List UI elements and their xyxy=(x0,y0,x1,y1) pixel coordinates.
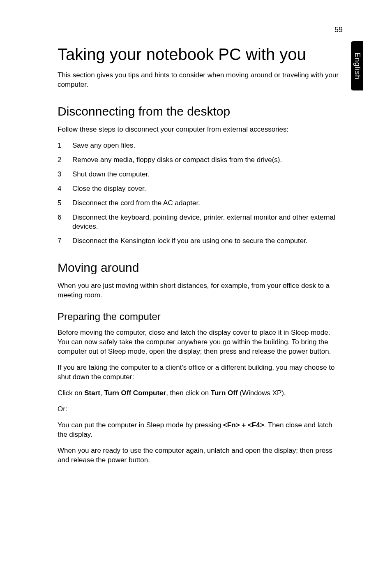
step-number: 1 xyxy=(58,141,72,151)
text-run: You can put the computer in Sleep mode b… xyxy=(58,421,223,429)
step-number: 5 xyxy=(58,199,72,208)
bold-text: Turn Off xyxy=(211,389,238,397)
section-heading-moving: Moving around xyxy=(58,261,343,275)
intro-paragraph: This section gives you tips and hints to… xyxy=(58,71,343,90)
text-run: , xyxy=(100,389,104,397)
list-item: 1Save any open files. xyxy=(58,141,343,151)
list-item: 5Disconnect the cord from the AC adapter… xyxy=(58,199,343,208)
preparing-p3: Click on Start, Turn Off Computer, then … xyxy=(58,389,343,398)
step-text: Disconnect the keyboard, pointing device… xyxy=(72,213,343,232)
text-run: (Windows XP). xyxy=(238,389,286,397)
bold-text: <Fn> + <F4> xyxy=(223,421,264,429)
bold-text: Start xyxy=(84,389,100,397)
preparing-p5: When you are ready to use the computer a… xyxy=(58,446,343,465)
section-heading-disconnecting: Disconnecting from the desktop xyxy=(58,104,343,118)
step-number: 6 xyxy=(58,213,72,232)
list-item: 4Close the display cover. xyxy=(58,184,343,194)
page-number: 59 xyxy=(334,25,343,34)
page-content: 59 English Taking your notebook PC with … xyxy=(0,0,392,505)
section2-lead: When you are just moving within short di… xyxy=(58,281,343,300)
step-number: 7 xyxy=(58,236,72,246)
disconnect-steps-list: 1Save any open files. 2Remove any media,… xyxy=(58,141,343,246)
step-text: Remove any media, floppy disks or compac… xyxy=(72,155,343,165)
bold-text: Turn Off Computer xyxy=(104,389,166,397)
list-item: 6Disconnect the keyboard, pointing devic… xyxy=(58,213,343,232)
language-tab-label: English xyxy=(353,52,362,79)
text-run: Click on xyxy=(58,389,84,397)
step-text: Shut down the computer. xyxy=(72,170,343,179)
page-title: Taking your notebook PC with you xyxy=(58,45,343,63)
step-text: Save any open files. xyxy=(72,141,343,151)
list-item: 2Remove any media, floppy disks or compa… xyxy=(58,155,343,165)
preparing-p1: Before moving the computer, close and la… xyxy=(58,328,343,357)
list-item: 7Disconnect the Kensington lock if you a… xyxy=(58,236,343,246)
step-number: 4 xyxy=(58,184,72,194)
text-run: , then click on xyxy=(166,389,211,397)
step-text: Disconnect the Kensington lock if you ar… xyxy=(72,236,343,246)
step-number: 3 xyxy=(58,170,72,179)
list-item: 3Shut down the computer. xyxy=(58,170,343,179)
step-text: Disconnect the cord from the AC adapter. xyxy=(72,199,343,208)
language-tab: English xyxy=(351,41,363,90)
preparing-p4: You can put the computer in Sleep mode b… xyxy=(58,421,343,440)
preparing-p2: If you are taking the computer to a clie… xyxy=(58,363,343,382)
preparing-or: Or: xyxy=(58,405,343,414)
subsection-heading-preparing: Preparing the computer xyxy=(58,311,343,322)
step-number: 2 xyxy=(58,155,72,165)
section1-lead: Follow these steps to disconnect your co… xyxy=(58,125,343,134)
step-text: Close the display cover. xyxy=(72,184,343,194)
